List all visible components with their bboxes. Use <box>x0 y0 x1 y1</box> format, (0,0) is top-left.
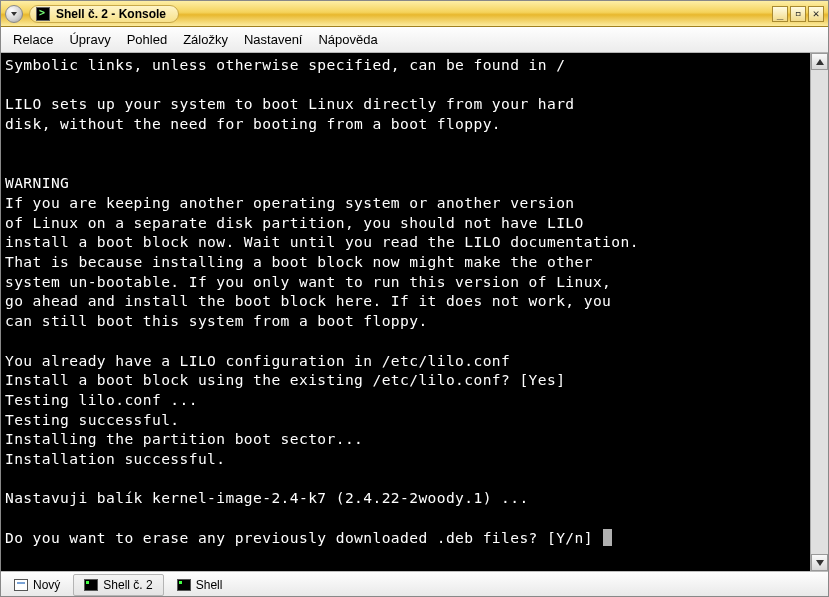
terminal-area: Symbolic links, unless otherwise specifi… <box>1 53 828 571</box>
menu-napoveda[interactable]: Nápověda <box>312 30 383 49</box>
scroll-down-button[interactable] <box>811 554 828 571</box>
scroll-up-button[interactable] <box>811 53 828 70</box>
session-tab-2[interactable]: Shell <box>166 574 234 596</box>
tab-label: Shell č. 2 <box>103 578 152 592</box>
menu-zalozky[interactable]: Záložky <box>177 30 234 49</box>
titlebar: Shell č. 2 - Konsole _ ▫ ✕ <box>1 1 828 27</box>
close-button[interactable]: ✕ <box>808 6 824 22</box>
menubar: Relace Úpravy Pohled Záložky Nastavení N… <box>1 27 828 53</box>
session-tab-1[interactable]: Shell č. 2 <box>73 574 163 596</box>
menu-nastaveni[interactable]: Nastavení <box>238 30 309 49</box>
tab-label: Shell <box>196 578 223 592</box>
menu-upravy[interactable]: Úpravy <box>63 30 116 49</box>
maximize-button[interactable]: ▫ <box>790 6 806 22</box>
system-menu-button[interactable] <box>5 5 23 23</box>
cursor <box>603 529 612 546</box>
scroll-track[interactable] <box>811 70 828 554</box>
document-icon <box>14 579 28 591</box>
tab-label: Nový <box>33 578 60 592</box>
title-box: Shell č. 2 - Konsole <box>29 5 179 23</box>
menu-relace[interactable]: Relace <box>7 30 59 49</box>
statusbar: NovýShell č. 2Shell <box>1 571 828 597</box>
scrollbar[interactable] <box>810 53 828 571</box>
konsole-icon <box>36 7 50 21</box>
session-tab-0[interactable]: Nový <box>3 574 71 596</box>
terminal-icon <box>84 579 98 591</box>
minimize-button[interactable]: _ <box>772 6 788 22</box>
terminal[interactable]: Symbolic links, unless otherwise specifi… <box>1 53 810 571</box>
terminal-icon <box>177 579 191 591</box>
window-title: Shell č. 2 - Konsole <box>56 7 166 21</box>
menu-pohled[interactable]: Pohled <box>121 30 173 49</box>
